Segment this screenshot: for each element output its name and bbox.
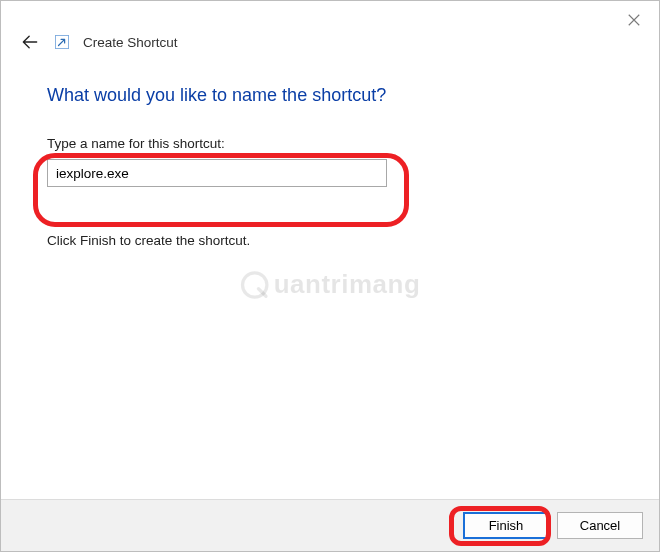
wizard-heading: What would you like to name the shortcut… [47, 85, 613, 106]
watermark-q-icon [240, 270, 270, 300]
wizard-content: What would you like to name the shortcut… [1, 57, 659, 248]
close-button[interactable] [623, 9, 645, 31]
svg-point-1 [243, 272, 267, 296]
watermark-text: uantrimang [274, 269, 421, 300]
wizard-title: Create Shortcut [83, 35, 178, 50]
close-icon [627, 13, 641, 27]
wizard-header: Create Shortcut [1, 1, 659, 57]
finish-instruction: Click Finish to create the shortcut. [47, 233, 613, 248]
shortcut-name-input[interactable] [47, 159, 387, 187]
arrow-left-icon [20, 32, 40, 52]
shortcut-name-label: Type a name for this shortcut: [47, 136, 613, 151]
shortcut-icon [55, 35, 69, 49]
finish-button[interactable]: Finish [463, 512, 549, 539]
cancel-button[interactable]: Cancel [557, 512, 643, 539]
back-button[interactable] [19, 31, 41, 53]
create-shortcut-wizard-window: Create Shortcut What would you like to n… [0, 0, 660, 552]
watermark: uantrimang [240, 269, 421, 300]
wizard-footer: Finish Cancel [1, 499, 659, 551]
